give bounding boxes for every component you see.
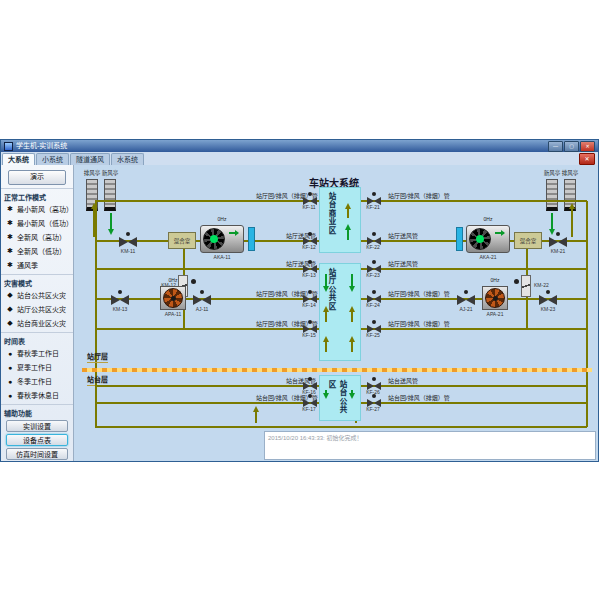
sidebar-item-min-fresh-high[interactable]: ✱最小新风（高功）	[1, 202, 73, 216]
zone-label: 站台公共区	[326, 380, 348, 416]
damper[interactable]	[521, 275, 531, 297]
sidebar-item-springfall-holiday[interactable]: ●春秋季休息日	[1, 388, 73, 402]
minimize-button[interactable]: —	[548, 141, 563, 152]
duct-label: 站台回/排风（排烟）管	[388, 395, 450, 401]
flow-down-arrow	[325, 274, 327, 290]
damper-tag: KM-13	[106, 307, 134, 312]
close-button[interactable]: ✕	[580, 141, 595, 152]
fan-icon: ✱	[6, 205, 14, 213]
sidebar-item-hall-fire[interactable]: ◆站厅公共区火灾	[1, 302, 73, 316]
flow-down-arrow	[351, 274, 353, 290]
sidebar-item-vent-season[interactable]: ✱通风季	[1, 258, 73, 272]
sim-time-settings-button[interactable]: 仿真时间设置	[6, 448, 68, 460]
damper[interactable]	[548, 232, 568, 248]
exhaust-up-arrow	[571, 205, 573, 237]
sidebar-item-label: 最小新风（低功）	[17, 218, 73, 228]
section-header-aux: 辅助功能	[1, 404, 73, 418]
tab-tunnel-vent[interactable]: 隧道通风	[70, 153, 110, 165]
zone-platform-public: 站台公共区	[319, 375, 361, 421]
duct-line	[361, 200, 587, 202]
damper[interactable]	[192, 290, 212, 306]
damper-tag: KF-21	[360, 205, 386, 210]
clock-icon: ●	[6, 350, 14, 357]
mixing-chamber: 混合室	[168, 232, 196, 249]
fan-impeller-icon	[203, 228, 225, 250]
damper-motor-icon	[372, 290, 376, 294]
damper-tag: AJ-11	[188, 307, 216, 312]
duct-connector	[248, 227, 255, 251]
clock-icon: ●	[6, 378, 14, 385]
level-divider	[82, 368, 592, 372]
flow-up-arrow	[347, 205, 349, 218]
sidebar-item-all-fresh-low[interactable]: ✱全新风（低功）	[1, 244, 73, 258]
damper-motor-icon	[308, 192, 312, 196]
sidebar-item-label: 站厅公共区火灾	[17, 304, 66, 314]
frequency-readout: 0Hz	[466, 217, 510, 222]
flow-down-arrow	[351, 390, 353, 397]
sidebar-item-all-fresh-high[interactable]: ✱全新风（高功）	[1, 230, 73, 244]
title-bar[interactable]: 学生机-实训系统 — ▢ ✕	[1, 140, 598, 152]
fresh-shaft	[104, 179, 116, 211]
fire-icon: ◆	[6, 305, 14, 313]
app-exit-button[interactable]: ✕	[579, 153, 595, 165]
tab-big-system[interactable]: 大系统	[2, 153, 35, 165]
demo-button[interactable]: 演示	[8, 170, 66, 185]
sidebar-item-springfall-workday[interactable]: ●春秋季工作日	[1, 346, 73, 360]
duct-line	[361, 268, 587, 270]
damper-tag: KF-23	[360, 273, 386, 278]
duct-line	[95, 200, 319, 202]
damper-motor-icon	[464, 290, 468, 294]
sidebar-item-label: 全新风（低功）	[17, 246, 66, 256]
tab-small-system[interactable]: 小系统	[36, 153, 69, 165]
zone-label: 站厅公共区	[326, 268, 337, 356]
fire-icon: ◆	[6, 319, 14, 327]
return-exhaust-fan[interactable]	[482, 286, 508, 310]
damper-motor-icon	[308, 320, 312, 324]
frequency-readout: 0Hz	[200, 217, 244, 222]
sidebar-item-label: 站台商业区火灾	[17, 318, 66, 328]
return-exhaust-fan[interactable]	[160, 286, 186, 310]
duct-line	[95, 385, 319, 387]
duct-line	[95, 402, 319, 404]
damper-tag: KF-27	[360, 407, 386, 412]
section-header-schedule: 时间表	[1, 332, 73, 346]
mixing-chamber: 混合室	[514, 232, 542, 249]
ahu-tag: AKA-21	[466, 255, 510, 260]
damper-tag: KF-22	[360, 245, 386, 250]
duct-connector	[456, 227, 463, 251]
section-header-normal-modes: 正常工作模式	[1, 188, 73, 202]
ahu-fan[interactable]	[466, 225, 510, 253]
sidebar-item-partial[interactable]: ✱	[1, 460, 73, 461]
damper-motor-icon	[308, 290, 312, 294]
tab-water-system[interactable]: 水系统	[111, 153, 144, 165]
fan-icon: ✱	[6, 233, 14, 241]
window-controls: — ▢ ✕	[548, 141, 595, 152]
sidebar-item-label: 全新风（高功）	[17, 232, 66, 242]
fan-icon: ✱	[6, 261, 14, 269]
sidebar-item-label: 冬季工作日	[17, 376, 52, 386]
sidebar-item-winter-workday[interactable]: ●冬季工作日	[1, 374, 73, 388]
damper[interactable]	[456, 290, 476, 306]
damper[interactable]	[110, 290, 130, 306]
damper-motor-icon	[308, 377, 312, 381]
training-settings-button[interactable]: 实训设置	[6, 420, 68, 432]
sidebar-item-commercial-fire[interactable]: ◆站台商业区火灾	[1, 316, 73, 330]
damper-motor-icon	[372, 260, 376, 264]
damper[interactable]	[118, 232, 138, 248]
flow-down-arrow	[325, 390, 327, 397]
sidebar-item-label: 春秋季休息日	[17, 390, 59, 400]
maximize-button[interactable]: ▢	[564, 141, 579, 152]
damper-tag: KM-23	[534, 307, 562, 312]
damper-motor-icon	[372, 394, 376, 398]
damper-tag: KM-22	[534, 283, 556, 288]
sidebar-item-platform-fire[interactable]: ◆站台公共区火灾	[1, 288, 73, 302]
device-point-table-button[interactable]: 设备点表	[6, 434, 68, 446]
sidebar-item-summer-workday[interactable]: ●夏季工作日	[1, 360, 73, 374]
ahu-fan[interactable]	[200, 225, 244, 253]
damper-tag: KF-25	[360, 333, 386, 338]
duct-label: 站厅回/排风（排烟）管	[388, 291, 450, 297]
damper[interactable]	[538, 290, 558, 306]
damper-motor-icon	[556, 232, 560, 236]
sidebar-item-min-fresh-low[interactable]: ✱最小新风（低功）	[1, 216, 73, 230]
flow-up-arrow	[325, 308, 327, 322]
